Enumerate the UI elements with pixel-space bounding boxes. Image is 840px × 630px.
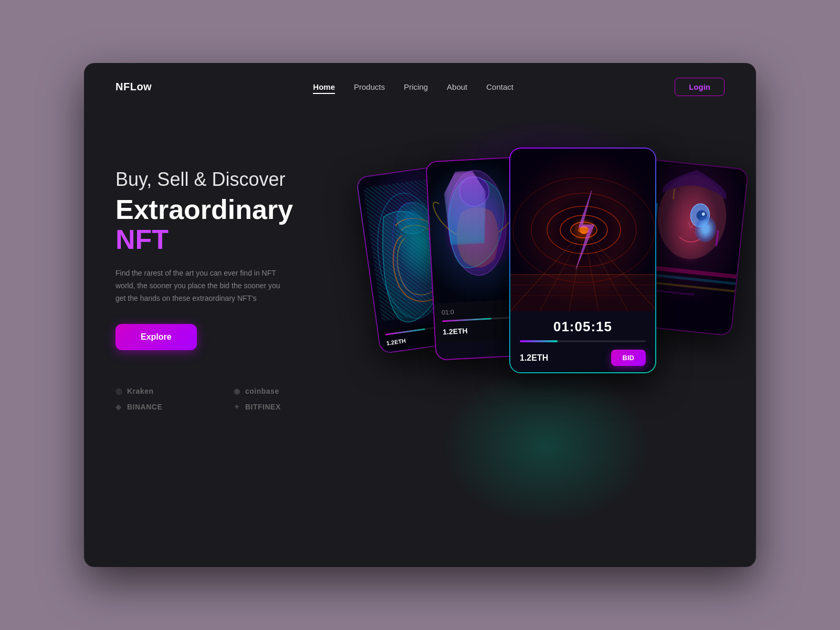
card-front-price: 1.2ETH — [520, 353, 548, 363]
bitfinex-icon: ✦ — [234, 403, 242, 411]
partner-kraken-label: Kraken — [127, 387, 153, 395]
nav-link-pricing[interactable]: Pricing — [404, 82, 428, 91]
kraken-icon: ◎ — [116, 387, 124, 395]
main-content: Buy, Sell & Discover Extraordinary NFT F… — [84, 111, 756, 468]
nav-item-products[interactable]: Products — [354, 82, 385, 92]
svg-point-5 — [404, 209, 422, 227]
nav-link-about[interactable]: About — [447, 82, 467, 91]
hero-description: Find the rarest of the art you can ever … — [116, 267, 284, 304]
card-back-left-price: 1.2ETH — [386, 337, 406, 346]
partner-bitfinex-label: BITFINEX — [245, 403, 281, 411]
explore-button[interactable]: Explore — [116, 324, 197, 350]
partner-coinbase-label: coinbase — [245, 387, 279, 395]
card-front-svg — [510, 149, 655, 311]
binance-icon: ◈ — [116, 403, 124, 411]
login-button[interactable]: Login — [675, 78, 724, 96]
nav-item-pricing[interactable]: Pricing — [404, 82, 428, 92]
svg-rect-39 — [510, 275, 655, 311]
brand-logo[interactable]: NFLow — [116, 81, 152, 93]
nft-cards-area: 1.2ETH BID — [357, 142, 724, 468]
card-front-bid-button[interactable]: BID — [611, 350, 646, 366]
hero-subtitle: Buy, Sell & Discover — [116, 169, 336, 191]
card-front-info: 01:05:15 1.2ETH BID — [510, 311, 655, 373]
partners-section: ◎ Kraken ◉ coinbase ◈ BINANCE ✦ BITFINEX — [116, 387, 336, 411]
hero-title-accent: NFT — [116, 224, 169, 255]
card-front-progress-fill — [520, 340, 558, 342]
card-front-bottom-row: 1.2ETH BID — [520, 350, 646, 366]
hero-title: Extraordinary NFT — [116, 195, 336, 255]
nav-item-contact[interactable]: Contact — [486, 82, 513, 92]
nav-item-home[interactable]: Home — [313, 82, 335, 92]
card-mid-progress-fill — [442, 318, 491, 322]
nav-link-contact[interactable]: Contact — [486, 82, 513, 91]
nav-links: Home Products Pricing About Contact — [313, 82, 513, 92]
svg-point-4 — [395, 201, 430, 236]
partner-bitfinex: ✦ BITFINEX — [234, 403, 336, 411]
card-front-timer: 01:05:15 — [520, 319, 646, 335]
partner-kraken: ◎ Kraken — [116, 387, 218, 395]
card-front-art — [510, 149, 655, 311]
card-front-progress-bar — [520, 340, 646, 342]
nft-card-front[interactable]: 01:05:15 1.2ETH BID — [509, 148, 656, 373]
card-mid-price: 1.2ETH — [443, 327, 468, 336]
nav-item-about[interactable]: About — [447, 82, 467, 92]
nav-link-products[interactable]: Products — [354, 82, 385, 91]
navbar: NFLow Home Products Pricing About Contac… — [84, 63, 756, 111]
browser-window: NFLow Home Products Pricing About Contac… — [84, 63, 756, 567]
partner-coinbase: ◉ coinbase — [234, 387, 336, 395]
coinbase-icon: ◉ — [234, 387, 242, 395]
hero-section: Buy, Sell & Discover Extraordinary NFT F… — [116, 142, 336, 411]
card-front-art-inner — [510, 149, 655, 311]
partner-binance-label: BINANCE — [127, 403, 162, 411]
partner-binance: ◈ BINANCE — [116, 403, 218, 411]
hero-title-main: Extraordinary — [116, 194, 293, 225]
nav-link-home[interactable]: Home — [313, 82, 335, 94]
